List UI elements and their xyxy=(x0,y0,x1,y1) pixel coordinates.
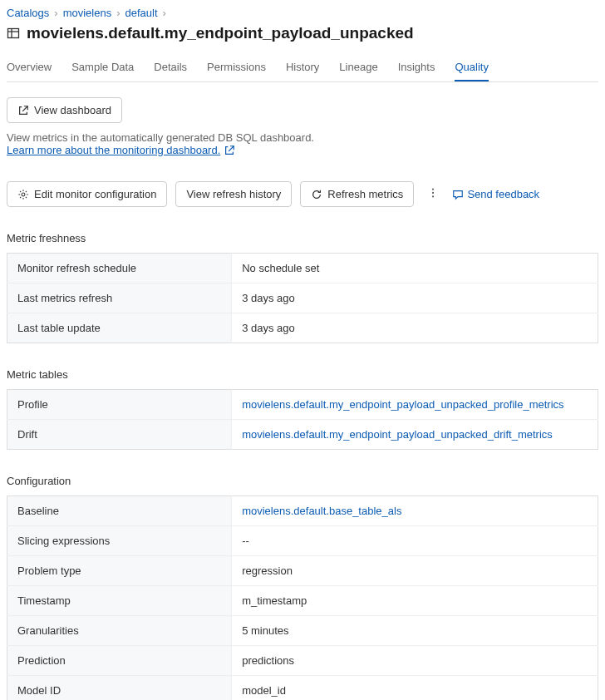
table-row: Monitor refresh schedule No schedule set xyxy=(7,254,598,283)
profile-metrics-link[interactable]: movielens.default.my_endpoint_payload_un… xyxy=(242,398,563,411)
row-value: model_id xyxy=(232,676,598,701)
row-label: Problem type xyxy=(7,556,232,586)
table-row: Last metrics refresh 3 days ago xyxy=(7,283,598,313)
row-value: regression xyxy=(232,556,598,586)
learn-more-label: Learn more about the monitoring dashboar… xyxy=(7,144,220,156)
row-value: movielens.default.my_endpoint_payload_un… xyxy=(232,390,598,420)
table-row: Profile movielens.default.my_endpoint_pa… xyxy=(7,390,598,420)
refresh-metrics-button[interactable]: Refresh metrics xyxy=(300,181,414,207)
svg-point-3 xyxy=(22,193,25,196)
tab-quality[interactable]: Quality xyxy=(455,54,488,81)
external-link-icon xyxy=(224,145,235,156)
breadcrumb: Catalogs › movielens › default › xyxy=(7,7,598,19)
table-row: Model ID model_id xyxy=(7,676,598,701)
tab-lineage[interactable]: Lineage xyxy=(339,54,377,81)
chevron-right-icon: › xyxy=(163,7,166,19)
chat-icon xyxy=(452,189,464,200)
metric-tables-table: Profile movielens.default.my_endpoint_pa… xyxy=(7,389,598,450)
row-value: movielens.default.my_endpoint_payload_un… xyxy=(232,420,598,450)
table-row: Prediction predictions xyxy=(7,646,598,676)
row-label: Monitor refresh schedule xyxy=(7,254,232,283)
row-label: Granularities xyxy=(7,616,232,646)
row-label: Slicing expressions xyxy=(7,526,232,556)
send-feedback-label: Send feedback xyxy=(467,188,539,200)
row-label: Timestamp xyxy=(7,586,232,616)
send-feedback-link[interactable]: Send feedback xyxy=(452,188,539,200)
row-label: Drift xyxy=(7,420,232,450)
table-row: Granularities 5 minutes xyxy=(7,616,598,646)
row-value: 3 days ago xyxy=(232,313,598,343)
gear-icon xyxy=(17,189,29,200)
view-dashboard-button[interactable]: View dashboard xyxy=(7,97,122,123)
view-refresh-history-label: View refresh history xyxy=(186,188,281,200)
section-title-metric-tables: Metric tables xyxy=(7,368,598,381)
svg-rect-0 xyxy=(8,29,19,38)
table-row: Slicing expressions -- xyxy=(7,526,598,556)
baseline-link[interactable]: movielens.default.base_table_als xyxy=(242,505,401,517)
tab-history[interactable]: History xyxy=(286,54,319,81)
edit-monitor-button[interactable]: Edit monitor configuration xyxy=(7,181,167,207)
row-value: -- xyxy=(232,526,598,556)
tab-sample-data[interactable]: Sample Data xyxy=(71,54,134,81)
section-title-configuration: Configuration xyxy=(7,475,598,487)
table-row: Baseline movielens.default.base_table_al… xyxy=(7,496,598,526)
breadcrumb-movielens[interactable]: movielens xyxy=(63,7,112,19)
row-label: Last table update xyxy=(7,313,232,343)
table-icon xyxy=(7,27,20,40)
row-label: Baseline xyxy=(7,496,232,526)
chevron-right-icon: › xyxy=(54,7,57,19)
row-value: predictions xyxy=(232,646,598,676)
row-label: Profile xyxy=(7,390,232,420)
row-label: Last metrics refresh xyxy=(7,283,232,313)
refresh-icon xyxy=(311,189,322,200)
kebab-icon xyxy=(427,187,439,199)
row-value: 3 days ago xyxy=(232,283,598,313)
row-value: 5 minutes xyxy=(232,616,598,646)
tab-overview[interactable]: Overview xyxy=(7,54,52,81)
view-dashboard-label: View dashboard xyxy=(34,104,111,116)
view-refresh-history-button[interactable]: View refresh history xyxy=(175,181,292,207)
external-link-icon xyxy=(17,105,29,116)
row-value: movielens.default.base_table_als xyxy=(232,496,598,526)
table-row: Last table update 3 days ago xyxy=(7,313,598,343)
row-label: Model ID xyxy=(7,676,232,701)
tab-permissions[interactable]: Permissions xyxy=(207,54,266,81)
table-row: Timestamp m_timestamp xyxy=(7,586,598,616)
metric-freshness-table: Monitor refresh schedule No schedule set… xyxy=(7,253,598,343)
row-value: No schedule set xyxy=(232,254,598,283)
drift-metrics-link[interactable]: movielens.default.my_endpoint_payload_un… xyxy=(242,428,553,441)
edit-monitor-label: Edit monitor configuration xyxy=(34,188,156,200)
refresh-metrics-label: Refresh metrics xyxy=(327,188,403,200)
table-row: Drift movielens.default.my_endpoint_payl… xyxy=(7,420,598,450)
chevron-right-icon: › xyxy=(116,7,120,19)
more-actions-button[interactable] xyxy=(422,184,444,205)
svg-point-5 xyxy=(432,192,434,194)
page-title: movielens.default.my_endpoint_payload_un… xyxy=(27,24,414,42)
action-row: Edit monitor configuration View refresh … xyxy=(7,181,598,207)
learn-more-link[interactable]: Learn more about the monitoring dashboar… xyxy=(7,144,235,156)
configuration-table: Baseline movielens.default.base_table_al… xyxy=(7,495,598,700)
svg-point-4 xyxy=(432,188,434,190)
breadcrumb-default[interactable]: default xyxy=(125,7,158,19)
tab-details[interactable]: Details xyxy=(154,54,187,81)
tab-insights[interactable]: Insights xyxy=(398,54,435,81)
breadcrumb-catalogs[interactable]: Catalogs xyxy=(7,7,49,19)
section-title-metric-freshness: Metric freshness xyxy=(7,232,598,244)
dashboard-helper-text: View metrics in the automatically genera… xyxy=(7,131,598,144)
svg-point-6 xyxy=(432,195,434,197)
table-row: Problem type regression xyxy=(7,556,598,586)
tabs: Overview Sample Data Details Permissions… xyxy=(7,54,598,82)
page-title-row: movielens.default.my_endpoint_payload_un… xyxy=(7,24,598,42)
row-label: Prediction xyxy=(7,646,232,676)
row-value: m_timestamp xyxy=(232,586,598,616)
